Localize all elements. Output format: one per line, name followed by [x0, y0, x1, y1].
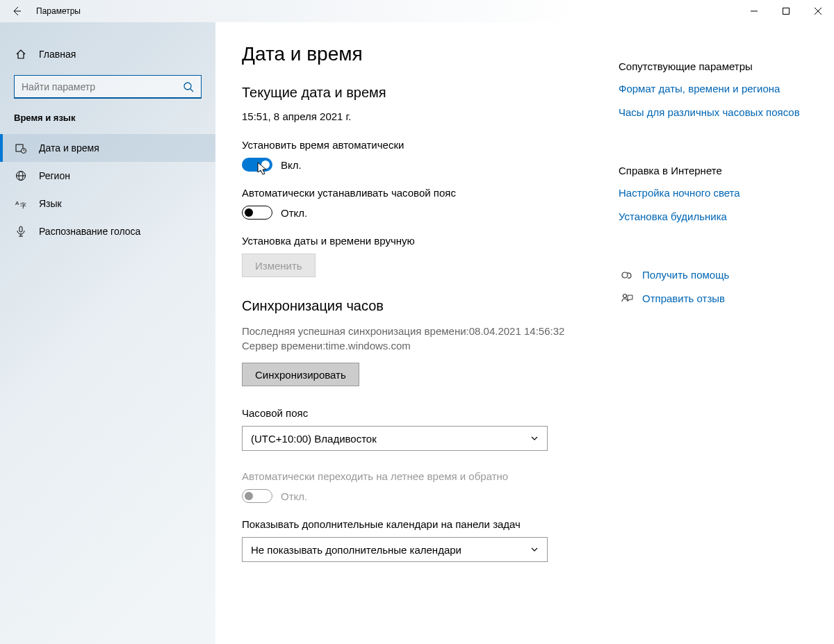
auto-tz-state: Откл.	[281, 207, 307, 219]
globe-icon	[14, 170, 28, 181]
auto-tz-toggle[interactable]	[242, 206, 272, 220]
sidebar-item-label: Дата и время	[39, 142, 99, 154]
timezone-value: (UTC+10:00) Владивосток	[251, 433, 377, 445]
arrow-left-icon	[12, 6, 22, 16]
window-title: Параметры	[36, 6, 81, 16]
link-date-format[interactable]: Формат даты, времени и региона	[619, 82, 806, 96]
calendar-clock-icon	[14, 142, 28, 154]
close-button[interactable]	[802, 0, 834, 22]
sync-now-button[interactable]: Синхронизировать	[242, 363, 359, 386]
change-datetime-button[interactable]: Изменить	[242, 254, 316, 277]
home-label: Главная	[39, 49, 76, 60]
chevron-down-icon	[530, 434, 539, 443]
additional-calendars-dropdown[interactable]: Не показывать дополнительные календари	[242, 537, 548, 562]
svg-point-15	[623, 295, 627, 298]
sidebar-item-region[interactable]: Регион	[0, 162, 215, 190]
feedback-icon	[619, 292, 635, 305]
svg-text:字: 字	[20, 202, 26, 209]
auto-time-toggle[interactable]	[242, 158, 272, 172]
home-icon	[14, 49, 28, 60]
additional-calendars-value: Не показывать дополнительные календари	[251, 544, 461, 556]
sync-heading: Синхронизация часов	[242, 298, 619, 314]
sidebar-item-datetime[interactable]: Дата и время	[0, 134, 215, 162]
timezone-label: Часовой пояс	[242, 407, 619, 419]
sync-last-success: Последняя успешная синхронизация времени…	[242, 324, 619, 338]
help-icon	[619, 269, 635, 281]
additional-calendars-label: Показывать дополнительные календари на п…	[242, 518, 619, 530]
link-night-light[interactable]: Настройка ночного света	[619, 186, 806, 200]
web-help-heading: Справка в Интернете	[619, 165, 806, 176]
timezone-dropdown[interactable]: (UTC+10:00) Владивосток	[242, 426, 548, 451]
sidebar-item-label: Регион	[39, 170, 70, 181]
svg-rect-13	[19, 226, 22, 232]
current-datetime-value: 15:51, 8 апреля 2021 г.	[242, 110, 619, 122]
search-icon	[183, 81, 194, 92]
page-title: Дата и время	[242, 43, 619, 65]
search-input[interactable]	[22, 81, 183, 92]
link-additional-clocks[interactable]: Часы для различных часовых поясов	[619, 106, 806, 119]
sidebar-item-label: Распознавание голоса	[39, 226, 140, 237]
sidebar-item-label: Язык	[39, 198, 62, 209]
back-button[interactable]	[0, 0, 33, 22]
svg-rect-1	[783, 8, 790, 15]
svg-line-5	[190, 89, 193, 92]
auto-tz-label: Автоматически устанавливать часовой пояс	[242, 187, 619, 199]
sidebar-item-language[interactable]: A字 Язык	[0, 190, 215, 217]
search-input-container[interactable]	[14, 75, 202, 99]
minimize-icon	[751, 8, 758, 15]
dst-label: Автоматически переходить на летнее время…	[242, 470, 619, 482]
category-title: Время и язык	[0, 113, 215, 134]
language-icon: A字	[14, 198, 28, 209]
svg-text:A: A	[15, 200, 19, 206]
dst-toggle	[242, 489, 272, 503]
minimize-button[interactable]	[738, 0, 770, 22]
manual-datetime-label: Установка даты и времени вручную	[242, 235, 619, 247]
svg-point-4	[184, 83, 191, 90]
home-link[interactable]: Главная	[0, 42, 215, 67]
microphone-icon	[14, 226, 28, 237]
sidebar: Главная Время и язык Дата и время Регион…	[0, 22, 215, 644]
link-get-help[interactable]: Получить помощь	[642, 268, 729, 282]
sync-server: Сервер времени:time.windows.com	[242, 338, 619, 353]
related-settings-heading: Сопутствующие параметры	[619, 60, 806, 72]
current-datetime-heading: Текущие дата и время	[242, 85, 619, 101]
maximize-icon	[783, 8, 790, 15]
close-icon	[815, 8, 821, 15]
link-alarm[interactable]: Установка будильника	[619, 210, 806, 224]
sidebar-item-speech[interactable]: Распознавание голоса	[0, 217, 215, 245]
svg-point-14	[622, 272, 628, 278]
auto-time-label: Установить время автоматически	[242, 139, 619, 151]
maximize-button[interactable]	[770, 0, 802, 22]
chevron-down-icon	[530, 545, 539, 554]
auto-time-state: Вкл.	[281, 159, 302, 171]
dst-state: Откл.	[281, 490, 307, 502]
link-send-feedback[interactable]: Отправить отзыв	[642, 292, 725, 306]
